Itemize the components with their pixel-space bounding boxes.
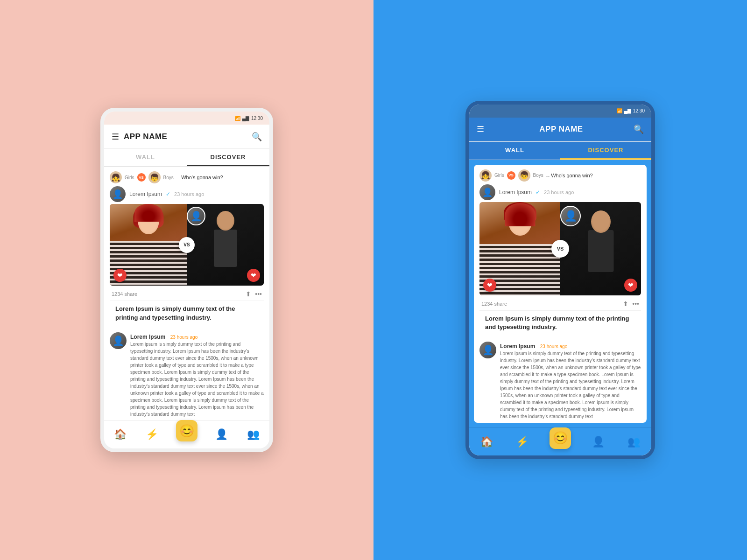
vs-images-left: ❤ ❤ VS 👤 xyxy=(110,204,264,286)
app-name-left: APP NAME xyxy=(124,132,252,141)
status-bar-light: 📶 ▄▇ 12:30 xyxy=(104,112,269,125)
vs-images-right: ❤ ❤ VS xyxy=(479,202,641,295)
post-meta-dark: 👤 Lorem Ipsum ✓ 23 hours ago xyxy=(479,184,641,200)
post-time-right: 23 hours ago xyxy=(544,189,574,195)
post-meta-light: 👤 Lorem Ipsum ✓ 23 hours ago xyxy=(110,186,264,202)
boy-avatar-battle-left: 👦 xyxy=(148,171,161,183)
bottom-person-left[interactable]: 👤 xyxy=(213,427,230,442)
phone-light-screen: 📶 ▄▇ 12:30 ☰ APP NAME 🔍 WALL DISCOVER xyxy=(104,112,269,448)
post-title-right: Lorem Ipsum is simply dummy text of the … xyxy=(485,315,635,331)
bottom-smiley-left[interactable]: 😊 xyxy=(176,420,197,441)
verified-icon-left: ✓ xyxy=(166,191,170,197)
content-card-right: 👧 Girls VS 👦 Boys -- Who's gonna win? xyxy=(474,165,647,423)
vs-img-girl-left: ❤ xyxy=(110,204,187,286)
battle-card-light: 👧 Girls VS 👦 Boys -- Who's gonna win? xyxy=(104,167,269,329)
comment-time-left: 23 hours ago xyxy=(170,335,197,340)
tab-discover-left[interactable]: DISCOVER xyxy=(187,149,269,166)
more-icon-left[interactable]: ••• xyxy=(255,290,262,298)
battle-card-dark: 👧 Girls VS 👦 Boys -- Who's gonna win? xyxy=(474,165,647,339)
comment-avatar-right: 👤 xyxy=(479,342,496,358)
comment-avatar-left: 👤 xyxy=(110,332,127,349)
who-wins-right: -- Who's gonna win? xyxy=(546,173,593,178)
bottom-lightning-left[interactable]: ⚡ xyxy=(144,427,160,442)
comment-name-row-right: Lorem Ipsum 23 hours ago xyxy=(500,342,641,350)
heart-right-dark[interactable]: ❤ xyxy=(624,279,637,292)
share-count-right: 1234 share xyxy=(481,301,619,307)
menu-icon-right[interactable]: ☰ xyxy=(477,124,484,134)
comment-name-row-left: Lorem Ipsum 23 hours ago xyxy=(130,332,264,341)
content-dark: 👧 Girls VS 👦 Boys -- Who's gonna win? xyxy=(469,160,651,427)
poster-avatar-right: 👤 xyxy=(479,184,495,200)
share-bar-light: 1234 share ⬆ ••• xyxy=(110,287,264,301)
search-icon-right[interactable]: 🔍 xyxy=(634,124,644,134)
search-icon-left[interactable]: 🔍 xyxy=(252,132,262,142)
signal-icon: ▄▇ xyxy=(242,116,249,121)
bottom-lightning-right[interactable]: ⚡ xyxy=(514,434,530,450)
status-icons-right: 📶 ▄▇ 12:30 xyxy=(617,108,645,113)
share-icons-dark: ⬆ ••• xyxy=(623,300,639,308)
comment-content-dark: Lorem Ipsum 23 hours ago Lorem ipsum is … xyxy=(500,342,641,420)
signal-icon-right: ▄▇ xyxy=(624,108,631,113)
bottom-home-left[interactable]: 🏠 xyxy=(112,427,128,442)
girl-label-right: Girls xyxy=(494,173,504,178)
who-wins-left: -- Who's gonna win? xyxy=(176,175,223,180)
share-bar-dark: 1234 share ⬆ ••• xyxy=(479,297,641,311)
share-icons-light: ⬆ ••• xyxy=(246,290,262,298)
post-time-left: 23 hours ago xyxy=(174,191,204,197)
app-name-right: APP NAME xyxy=(489,125,634,134)
tabs-dark: WALL DISCOVER xyxy=(469,142,651,160)
tabs-light: WALL DISCOVER xyxy=(104,149,269,167)
status-bar-dark: 📶 ▄▇ 12:30 xyxy=(469,105,651,118)
boy-label-left: Boys xyxy=(163,175,174,180)
share-count-left: 1234 share xyxy=(112,291,242,297)
post-body-dark: Lorem Ipsum is simply dummy text of the … xyxy=(479,311,641,339)
girl-label-left: Girls xyxy=(125,175,134,180)
bottom-group-left[interactable]: 👥 xyxy=(245,427,261,442)
left-panel: 📶 ▄▇ 12:30 ☰ APP NAME 🔍 WALL DISCOVER xyxy=(0,0,374,560)
right-panel: 📶 ▄▇ 12:30 ☰ APP NAME 🔍 WALL DISCOVER xyxy=(374,0,747,560)
time-right: 12:30 xyxy=(633,108,645,113)
poster-avatar-left: 👤 xyxy=(110,186,126,202)
overlay-avatar-right: 👤 xyxy=(560,206,581,226)
bottom-home-right[interactable]: 🏠 xyxy=(479,434,495,450)
bottom-group-right[interactable]: 👥 xyxy=(626,434,642,450)
comment-dark: 👤 Lorem Ipsum 23 hours ago Lorem ipsum i… xyxy=(474,339,647,423)
overlay-avatar-left: 👤 xyxy=(187,207,205,225)
bottom-person-right[interactable]: 👤 xyxy=(590,434,606,450)
heart-right-light[interactable]: ❤ xyxy=(247,269,260,282)
comment-content-light: Lorem Ipsum 23 hours ago Lorem ipsum is … xyxy=(130,332,264,418)
nav-bar-dark: ☰ APP NAME 🔍 xyxy=(469,118,651,142)
girl-avatar-battle-right: 👧 xyxy=(479,169,492,182)
bottom-bar-dark: 🏠 ⚡ 😊 👤 👥 xyxy=(469,427,651,455)
more-icon-right[interactable]: ••• xyxy=(632,300,639,308)
phone-dark-screen: 📶 ▄▇ 12:30 ☰ APP NAME 🔍 WALL DISCOVER xyxy=(469,105,651,455)
post-body-light: Lorem Ipsum is simply dummy text of the … xyxy=(110,301,264,329)
boy-label-right: Boys xyxy=(533,173,543,178)
menu-icon-left[interactable]: ☰ xyxy=(112,132,119,142)
vs-center-left: VS xyxy=(179,237,195,253)
share-icon-left[interactable]: ⬆ xyxy=(246,290,251,298)
status-icons-left: 📶 ▄▇ 12:30 xyxy=(235,116,263,121)
tab-wall-left[interactable]: WALL xyxy=(104,149,187,166)
phone-light-mockup: 📶 ▄▇ 12:30 ☰ APP NAME 🔍 WALL DISCOVER xyxy=(100,108,273,452)
post-title-left: Lorem Ipsum is simply dummy text of the … xyxy=(115,305,258,322)
wifi-icon-right: 📶 xyxy=(617,108,622,113)
share-icon-right[interactable]: ⬆ xyxy=(623,300,628,308)
comment-text-left: Lorem ipsum is simply dummy text of the … xyxy=(130,341,264,418)
tab-discover-right[interactable]: DISCOVER xyxy=(560,142,651,160)
comment-name-left: Lorem Ipsum xyxy=(130,334,165,340)
content-light: 👧 Girls VS 👦 Boys -- Who's gonna win? xyxy=(104,167,269,420)
bottom-smiley-right[interactable]: 😊 xyxy=(550,427,571,449)
vs-badge-right: VS xyxy=(507,171,515,180)
comment-time-right: 23 hours ago xyxy=(540,344,567,349)
girl-avatar-battle-left: 👧 xyxy=(110,171,122,183)
wifi-icon: 📶 xyxy=(235,116,240,121)
comment-text-right: Lorem ipsum is simply dummy text of the … xyxy=(500,350,641,420)
boy-avatar-battle-right: 👦 xyxy=(518,169,530,182)
vs-center-right: VS xyxy=(551,240,569,258)
tab-wall-right[interactable]: WALL xyxy=(469,142,560,160)
heart-left-dark[interactable]: ❤ xyxy=(483,279,496,292)
time-left: 12:30 xyxy=(251,116,263,121)
phone-dark-mockup: 📶 ▄▇ 12:30 ☰ APP NAME 🔍 WALL DISCOVER xyxy=(465,101,655,459)
poster-name-left: Lorem Ipsum xyxy=(129,191,162,197)
